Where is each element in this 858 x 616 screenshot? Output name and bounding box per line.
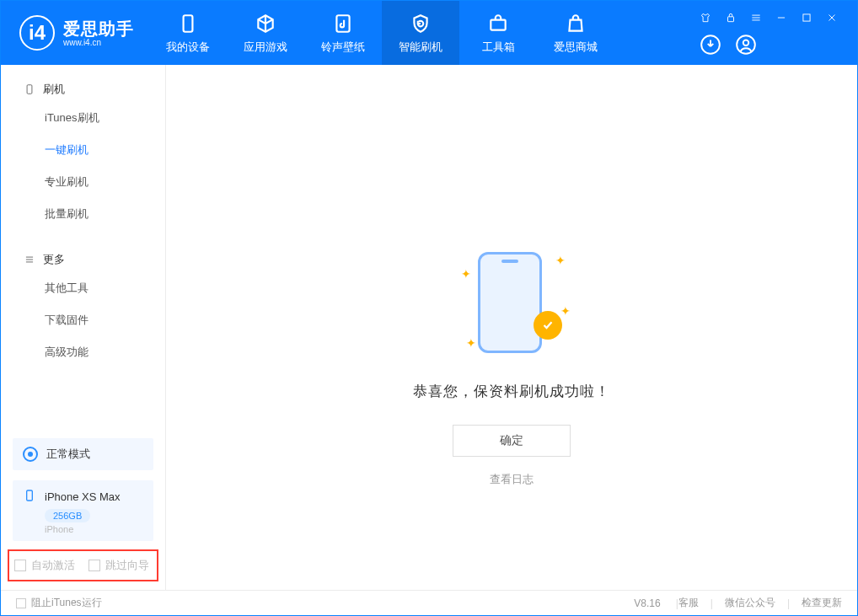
- mode-box[interactable]: 正常模式: [13, 438, 153, 470]
- header-actions: [699, 33, 847, 56]
- sidebar-section-flash: 刷机 iTunes刷机 一键刷机 专业刷机 批量刷机: [1, 65, 165, 235]
- sidebar-item-pro-flash[interactable]: 专业刷机: [1, 166, 165, 198]
- svg-rect-8: [27, 85, 32, 94]
- checkbox-box-icon: [88, 560, 100, 571]
- checkbox-label: 跳过向导: [105, 558, 149, 573]
- svg-rect-0: [184, 15, 193, 32]
- section-title: 更多: [43, 252, 65, 267]
- storage-badge: 256GB: [45, 509, 90, 522]
- download-icon[interactable]: [699, 33, 722, 56]
- version-label: V8.16: [634, 597, 660, 609]
- minimize-icon[interactable]: [775, 11, 788, 24]
- sparkle-icon: ✦: [466, 336, 476, 350]
- tab-label: 工具箱: [482, 40, 515, 55]
- svg-rect-9: [27, 490, 33, 501]
- checkbox-box-icon: [14, 560, 26, 571]
- sidebar-bottom: 正常模式 iPhone XS Max 256GB iPhone 自: [1, 438, 165, 590]
- device-type: iPhone: [45, 524, 143, 534]
- mode-label: 正常模式: [46, 447, 90, 462]
- check-update-link[interactable]: 检查更新: [802, 596, 842, 610]
- sidebar-item-advanced[interactable]: 高级功能: [1, 336, 165, 368]
- device-panel: 正常模式 iPhone XS Max 256GB iPhone: [1, 438, 165, 549]
- lock-icon[interactable]: [724, 11, 737, 24]
- tab-toolbox[interactable]: 工具箱: [459, 1, 537, 65]
- header-right-col: [699, 1, 857, 65]
- device-small-icon: [23, 83, 36, 96]
- tab-wallpaper[interactable]: 铃声壁纸: [304, 1, 382, 65]
- phone-icon: [175, 11, 201, 36]
- section-title: 刷机: [43, 82, 65, 97]
- tab-label: 铃声壁纸: [321, 40, 365, 55]
- section-header-more[interactable]: 更多: [1, 247, 165, 272]
- svg-rect-3: [728, 17, 734, 22]
- tab-label: 我的设备: [166, 40, 210, 55]
- body: 刷机 iTunes刷机 一键刷机 专业刷机 批量刷机 更多 其他工具 下载固件 …: [1, 65, 857, 590]
- sparkle-icon: ✦: [560, 304, 571, 318]
- mode-icon: [23, 447, 38, 462]
- status-links: 客服 | 微信公众号 | 检查更新: [678, 596, 842, 610]
- logo[interactable]: i4 爱思助手 www.i4.cn: [1, 1, 149, 65]
- wechat-link[interactable]: 微信公众号: [725, 596, 775, 610]
- device-box[interactable]: iPhone XS Max 256GB iPhone: [13, 480, 153, 541]
- checkbox-skip-guide[interactable]: 跳过向导: [88, 558, 149, 573]
- bag-icon: [563, 11, 588, 36]
- checkbox-auto-activate[interactable]: 自动激活: [14, 558, 75, 573]
- ok-button[interactable]: 确定: [453, 425, 571, 457]
- app-window: i4 爱思助手 www.i4.cn 我的设备 应用游戏 铃声壁纸 智能刷机: [0, 0, 858, 616]
- svg-rect-2: [491, 20, 505, 30]
- tab-label: 智能刷机: [399, 40, 442, 55]
- cube-icon: [253, 11, 278, 36]
- toolbox-icon: [485, 11, 511, 36]
- sidebar-item-itunes-flash[interactable]: iTunes刷机: [1, 102, 165, 134]
- logo-text: 爱思助手 www.i4.cn: [63, 19, 134, 47]
- status-bar: 阻止iTunes运行 V8.16 | 客服 | 微信公众号 | 检查更新: [1, 590, 857, 615]
- user-icon[interactable]: [734, 33, 758, 56]
- sidebar-section-more: 更多 其他工具 下载固件 高级功能: [1, 235, 165, 373]
- main-tabs: 我的设备 应用游戏 铃声壁纸 智能刷机 工具箱 爱思商城: [149, 1, 614, 65]
- main-pane: ✦ ✦ ✦ ✦ 恭喜您，保资料刷机成功啦！ 确定 查看日志: [166, 65, 857, 590]
- phone-illustration-icon: [478, 252, 542, 353]
- logo-subtitle: www.i4.cn: [63, 38, 134, 47]
- svg-point-6: [737, 35, 755, 54]
- close-icon[interactable]: [825, 11, 839, 24]
- svg-point-7: [743, 40, 749, 46]
- sidebar-item-onekey-flash[interactable]: 一键刷机: [1, 134, 165, 166]
- tab-store[interactable]: 爱思商城: [537, 1, 614, 65]
- list-icon: [23, 253, 36, 266]
- svg-rect-4: [803, 14, 810, 21]
- sidebar: 刷机 iTunes刷机 一键刷机 专业刷机 批量刷机 更多 其他工具 下载固件 …: [1, 65, 166, 590]
- view-log-link[interactable]: 查看日志: [490, 472, 534, 487]
- sparkle-icon: ✦: [461, 267, 471, 281]
- checkbox-label: 自动激活: [31, 558, 75, 573]
- tab-label: 应用游戏: [244, 40, 287, 55]
- refresh-shield-icon: [408, 11, 433, 36]
- success-title: 恭喜您，保资料刷机成功啦！: [413, 382, 610, 401]
- checkmark-badge-icon: [534, 311, 562, 340]
- tab-label: 爱思商城: [554, 40, 598, 55]
- support-link[interactable]: 客服: [678, 596, 699, 610]
- window-controls: [699, 6, 847, 24]
- device-name: iPhone XS Max: [45, 490, 121, 503]
- music-note-icon: [330, 11, 356, 36]
- header: i4 爱思助手 www.i4.cn 我的设备 应用游戏 铃声壁纸 智能刷机: [1, 1, 857, 65]
- menu-icon[interactable]: [749, 11, 763, 24]
- checkbox-label: 阻止iTunes运行: [31, 596, 102, 610]
- sparkle-icon: ✦: [555, 254, 566, 267]
- sidebar-item-download-firmware[interactable]: 下载固件: [1, 304, 165, 336]
- tab-my-device[interactable]: 我的设备: [149, 1, 227, 65]
- options-highlight: 自动激活 跳过向导: [8, 549, 158, 581]
- success-illustration: ✦ ✦ ✦ ✦: [453, 245, 571, 363]
- sidebar-item-other-tools[interactable]: 其他工具: [1, 272, 165, 304]
- checkbox-block-itunes[interactable]: 阻止iTunes运行: [16, 596, 102, 610]
- logo-title: 爱思助手: [63, 19, 134, 38]
- section-header-flash[interactable]: 刷机: [1, 77, 165, 102]
- sidebar-item-batch-flash[interactable]: 批量刷机: [1, 198, 165, 230]
- tab-flash[interactable]: 智能刷机: [382, 1, 459, 65]
- shirt-icon[interactable]: [699, 11, 712, 24]
- device-icon: [23, 489, 38, 504]
- checkbox-box-icon: [16, 598, 26, 608]
- maximize-icon[interactable]: [800, 11, 813, 24]
- logo-mark: i4: [19, 15, 55, 51]
- tab-apps[interactable]: 应用游戏: [227, 1, 304, 65]
